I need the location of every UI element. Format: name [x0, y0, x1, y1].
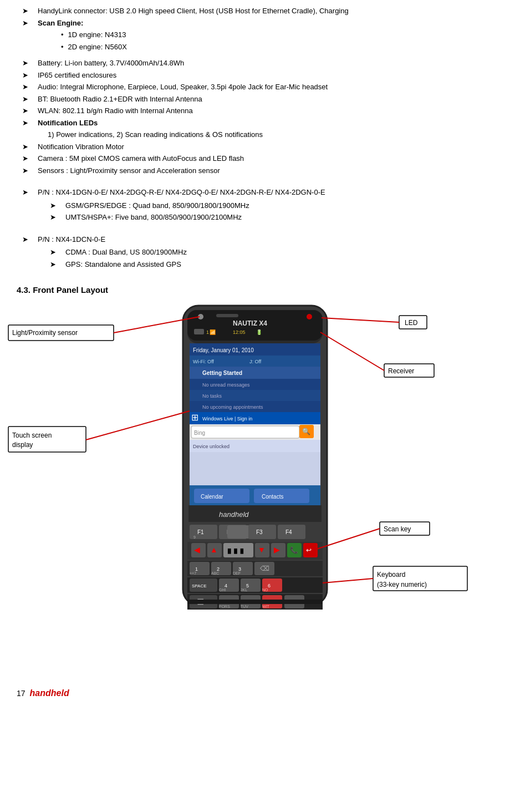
touch-screen-label-1: Touch screen [12, 432, 52, 439]
section-number: 4.3. [17, 285, 30, 295]
page-number: 17 [17, 689, 26, 698]
svg-text:TUV: TUV [241, 605, 248, 608]
svg-text:◀: ◀ [194, 545, 200, 554]
sub-bullet: • 2D engine: N560X [61, 42, 493, 53]
bullet-item: ➤ UMTS/HSPA+: Five band, 800/850/900/190… [44, 212, 493, 223]
section-title: Front Panel Layout [33, 285, 108, 295]
bullet-item: ➤ Notification Vibration Motor [17, 141, 493, 153]
svg-text:GHI: GHI [219, 588, 226, 592]
bullet-item: ➤ GSM/GPRS/EDGE : Quad band, 850/900/180… [44, 200, 493, 211]
diagram-svg: NAUTIZ X4 1 📶 12:05 🔋 Friday, January 01… [0, 300, 510, 666]
svg-text:Wi-Fi: Off: Wi-Fi: Off [193, 359, 214, 364]
svg-text:▶: ▶ [274, 545, 280, 554]
keyboard-label-2: (33-key numeric) [377, 581, 427, 588]
keyboard-label-1: Keyboard [377, 571, 405, 578]
bullet-text: GPS: Standalone and Assisted GPS [65, 259, 181, 270]
svg-text:++7: ++7 [190, 571, 196, 575]
bullet-text: Camera : 5M pixel CMOS camera with AutoF… [38, 153, 244, 164]
top-section: ➤ HandyLink connector: USB 2.0 High spee… [17, 6, 493, 295]
svg-text:Friday, January 01, 2010: Friday, January 01, 2010 [193, 347, 254, 353]
bullet-text: Battery: Li-ion battery, 3.7V/4000mAh/14… [38, 58, 184, 69]
svg-text:▲: ▲ [210, 545, 218, 554]
arrow-bullet: ➤ [22, 18, 32, 29]
bullet-text: Notification LEDs [38, 118, 98, 129]
light-proximity-label: Light/Proximity sensor [12, 329, 78, 337]
arrow-bullet: ➤ [50, 259, 60, 270]
svg-text:No tasks: No tasks [202, 393, 222, 399]
svg-text:NO: NO [262, 588, 268, 592]
svg-text:Bing: Bing [194, 430, 205, 436]
arrow-bullet: ➤ [50, 247, 60, 258]
svg-text:Calendar: Calendar [201, 494, 223, 500]
svg-text:F4: F4 [285, 529, 292, 535]
svg-text:1: 1 [206, 329, 209, 335]
svg-line-116 [86, 411, 190, 440]
svg-text:6: 6 [268, 583, 271, 588]
svg-text:DEF: DEF [233, 571, 241, 575]
arrow-bullet: ➤ [22, 118, 32, 129]
arrow-bullet: ➤ [22, 6, 32, 17]
bullet-text: 1) Power indications, 2) Scan reading in… [48, 129, 263, 140]
sub-dot: • [61, 42, 64, 53]
sub-dot: • [61, 29, 64, 40]
svg-text:🔍: 🔍 [302, 427, 310, 435]
bullet-item: ➤ Audio: Integral Microphone, Earpiece, … [17, 82, 493, 93]
svg-rect-42 [188, 505, 322, 522]
svg-text:9: 9 [193, 535, 196, 539]
touch-screen-label-2: display [12, 441, 33, 449]
svg-text:↩: ↩ [306, 546, 312, 554]
svg-text:WIT: WIT [262, 605, 270, 608]
sub-bullet: • 1D engine: N4313 [61, 29, 493, 40]
svg-rect-31 [191, 426, 299, 438]
bullet-text: Scan Engine: [38, 18, 83, 29]
bullet-text: Audio: Integral Microphone, Earpiece, Lo… [38, 82, 328, 93]
svg-text:Contacts: Contacts [262, 494, 283, 500]
bullet-item: ➤ Battery: Li-ion battery, 3.7V/4000mAh/… [17, 58, 493, 69]
brand-name: handheld [30, 688, 69, 698]
bullet-item: ➤ IP65 certified enclosures [17, 70, 493, 81]
bullet-item: ➤ BT: Bluetooth Radio 2.1+EDR with Inter… [17, 94, 493, 105]
bullet-text: UMTS/HSPA+: Five band, 800/850/900/1900/… [65, 212, 242, 223]
bullet-item: ➤ GPS: Standalone and Assisted GPS [44, 259, 493, 270]
svg-text:handheld: handheld [219, 510, 249, 519]
led-label: LED [405, 319, 418, 327]
arrow-bullet: ➤ [22, 94, 32, 105]
diagram-section: NAUTIZ X4 1 📶 12:05 🔋 Friday, January 01… [17, 300, 493, 677]
svg-point-9 [307, 314, 312, 319]
svg-rect-37 [190, 452, 320, 485]
svg-text:▼: ▼ [258, 545, 266, 554]
sub-text: 2D engine: N560X [68, 42, 127, 53]
svg-rect-11 [216, 314, 238, 317]
svg-text:ABC: ABC [211, 571, 219, 575]
arrow-bullet: ➤ [50, 200, 60, 211]
svg-text:🔋: 🔋 [256, 329, 263, 336]
bullet-text: Notification Vibration Motor [38, 141, 124, 153]
bullet-item: 1) Power indications, 2) Scan reading in… [17, 129, 493, 140]
svg-text:📞: 📞 [290, 546, 298, 554]
bullet-text: HandyLink connector: USB 2.0 High speed … [38, 6, 349, 17]
bullet-item: ➤ HandyLink connector: USB 2.0 High spee… [17, 6, 493, 17]
section-header: 4.3. Front Panel Layout [17, 285, 493, 295]
bullet-item: ➤ Notification LEDs [17, 118, 493, 129]
bullet-text: CDMA : Dual Band, US 800/1900MHz [65, 247, 187, 258]
bullet-text: BT: Bluetooth Radio 2.1+EDR with Interna… [38, 94, 202, 105]
arrow-bullet: ➤ [22, 234, 32, 245]
bullet-item: ➤ Sensors : Light/Proximity sensor and A… [17, 165, 493, 176]
bullet-text: Sensors : Light/Proximity sensor and Acc… [38, 165, 220, 176]
svg-text:No upcoming appointments: No upcoming appointments [202, 404, 263, 410]
footer: 17 handheld [17, 688, 493, 704]
svg-text:▐▌▐▌▐▌: ▐▌▐▌▐▌ [226, 548, 245, 554]
arrow-bullet [22, 129, 32, 140]
arrow-bullet: ➤ [22, 165, 32, 176]
svg-rect-108 [187, 600, 323, 604]
arrow-bullet: ➤ [22, 105, 32, 116]
receiver-label: Receiver [388, 367, 414, 375]
svg-text:NAUTIZ X4: NAUTIZ X4 [233, 319, 267, 327]
arrow-bullet: ➤ [22, 70, 32, 81]
svg-text:PORS: PORS [219, 605, 230, 608]
svg-text:Getting Started: Getting Started [202, 370, 242, 376]
svg-text:⌫: ⌫ [260, 565, 269, 572]
pn-text: P/N : NX4-1DCN-0-E [38, 234, 105, 245]
svg-line-114 [320, 332, 384, 371]
bullet-item: ➤ CDMA : Dual Band, US 800/1900MHz [44, 247, 493, 258]
